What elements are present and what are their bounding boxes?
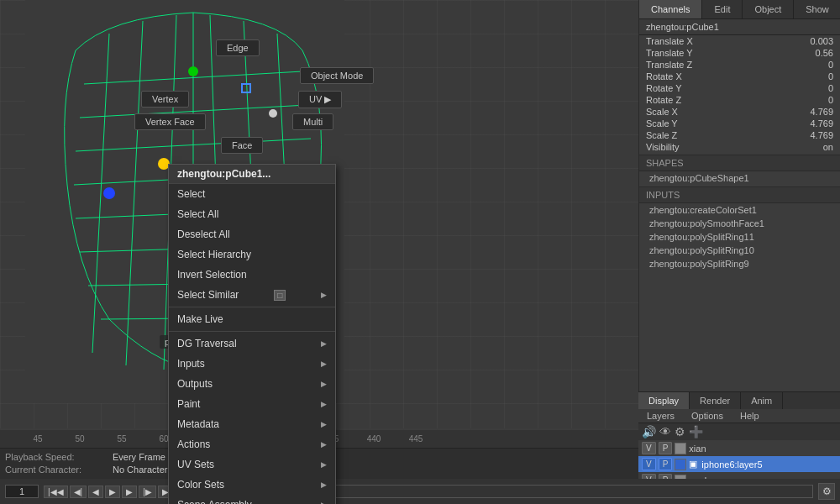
menu-item-dg-traversal[interactable]: DG Traversal <box>169 333 335 354</box>
prev-frame-btn[interactable]: ◀ <box>88 486 103 498</box>
tab-edit[interactable]: Edit <box>702 0 743 18</box>
menu-item-paint[interactable]: Paint <box>169 394 335 414</box>
shapes-header: SHAPES <box>639 155 840 171</box>
channel-rotate-y[interactable]: Rotate Y 0 <box>639 82 840 94</box>
face-button[interactable]: Face <box>221 137 263 154</box>
layer-eye-icon[interactable]: 👁 <box>659 425 671 438</box>
layer-p-btn-xian[interactable]: P <box>659 442 673 454</box>
menu-separator-1 <box>169 307 335 307</box>
layer-p-btn-iphone6[interactable]: P <box>659 458 673 470</box>
channel-visibility[interactable]: Visibility on <box>639 141 840 153</box>
layer-icon-iphone6: ▣ <box>689 459 697 470</box>
menu-item-outputs[interactable]: Outputs <box>169 374 335 394</box>
frame-current-input[interactable] <box>5 485 39 498</box>
layer-tabs: Display Render Anim <box>638 392 840 409</box>
layer-gear-icon[interactable]: ⚙ <box>675 425 685 438</box>
layer-speaker-icon[interactable]: 🔊 <box>642 425 656 438</box>
channel-scale-y[interactable]: Scale Y 4.769 <box>639 118 840 129</box>
layer-v-btn-xian[interactable]: V <box>642 442 656 454</box>
context-menu: zhengtou:pCube1... Select Select All Des… <box>168 164 336 504</box>
object-mode-button[interactable]: Object Mode <box>300 67 374 84</box>
channel-scale-x[interactable]: Scale X 4.769 <box>639 106 840 118</box>
edge-button[interactable]: Edge <box>216 39 260 56</box>
menu-item-metadata[interactable]: Metadata <box>169 414 335 434</box>
shape-item-0[interactable]: zhengtou:pCubeShape1 <box>639 171 840 185</box>
menu-item-uv-sets[interactable]: UV Sets <box>169 454 335 475</box>
object-name: zhengtou:pCube1 <box>639 19 840 35</box>
menu-item-invert-selection[interactable]: Invert Selection <box>169 265 335 285</box>
layer-row-iphone6[interactable]: V P ▣ iphone6:layer5 <box>638 456 840 472</box>
input-item-1[interactable]: zhengtou:polySmoothFace1 <box>639 217 840 230</box>
layer-color-iphone6 <box>675 459 686 470</box>
uv-button[interactable]: UV ▶ <box>298 91 342 108</box>
anim-layer-display: No Anim La... <box>272 485 813 498</box>
menu-item-color-sets[interactable]: Color Sets <box>169 475 335 495</box>
channel-translate-y[interactable]: Translate Y 0.56 <box>639 47 840 59</box>
menu-item-select-all[interactable]: Select All <box>169 204 335 224</box>
vertex-button[interactable]: Vertex <box>141 91 189 108</box>
right-panel: Channels Edit Object Show zhengtou:pCube… <box>638 0 840 504</box>
input-item-0[interactable]: zhengtou:createColorSet1 <box>639 203 840 217</box>
layer-v-btn-iphone6[interactable]: V <box>642 458 656 470</box>
layer-tab-render[interactable]: Render <box>690 392 741 409</box>
menu-item-select[interactable]: Select <box>169 184 335 204</box>
next-frame-btn[interactable]: ▶ <box>122 486 137 498</box>
layer-sub-help[interactable]: Help <box>732 409 768 423</box>
layer-sub-tabs: Layers Options Help <box>638 409 840 423</box>
menu-item-select-hierarchy[interactable]: Select Hierarchy <box>169 244 335 265</box>
layer-icon-row: 🔊 👁 ⚙ ➕ <box>638 423 840 440</box>
channel-rotate-x[interactable]: Rotate X 0 <box>639 71 840 82</box>
menu-item-make-live[interactable]: Make Live <box>169 309 335 329</box>
input-item-3[interactable]: zhengtou:polySplitRing10 <box>639 244 840 257</box>
layer-name-iphone6: iphone6:layer5 <box>701 459 837 470</box>
multi-button[interactable]: Multi <box>292 113 333 130</box>
channel-translate-x[interactable]: Translate X 0.003 <box>639 35 840 47</box>
input-item-4[interactable]: zhengtou:polySplitRing9 <box>639 257 840 270</box>
context-menu-title: zhengtou:pCube1... <box>169 165 335 184</box>
layer-add-icon[interactable]: ➕ <box>689 425 703 438</box>
layer-tab-display[interactable]: Display <box>638 392 690 409</box>
channel-tabs: Channels Edit Object Show <box>639 0 840 19</box>
skip-start-btn[interactable]: |◀◀ <box>44 486 68 498</box>
playback-controls: |◀◀ ◀| ◀ ▶ ▶ |▶ ▶▶| <box>44 486 181 498</box>
layer-name-xian: xian <box>689 444 837 454</box>
play-btn[interactable]: ▶ <box>105 486 120 498</box>
svg-point-20 <box>269 109 277 118</box>
settings-icon[interactable]: ⚙ <box>818 483 835 500</box>
svg-point-16 <box>188 66 198 76</box>
menu-item-deselect-all[interactable]: Deselect All <box>169 224 335 244</box>
channel-rotate-z[interactable]: Rotate Z 0 <box>639 94 840 106</box>
anim-bar: |◀◀ ◀| ◀ ▶ ▶ |▶ ▶▶| No Anim La... ⚙ <box>0 479 840 504</box>
next-key-btn[interactable]: |▶ <box>139 486 156 498</box>
svg-point-18 <box>103 187 115 199</box>
menu-item-select-similar[interactable]: Select Similar □ <box>169 285 335 305</box>
layer-sub-options[interactable]: Options <box>683 409 732 423</box>
tab-object[interactable]: Object <box>743 0 794 18</box>
tab-show[interactable]: Show <box>794 0 840 18</box>
menu-separator-2 <box>169 331 335 332</box>
channel-translate-z[interactable]: Translate Z 0 <box>639 59 840 71</box>
layer-sub-layers[interactable]: Layers <box>638 409 683 423</box>
layer-color-xian <box>675 443 686 454</box>
prev-key-btn[interactable]: ◀| <box>70 486 87 498</box>
layer-row-xian[interactable]: V P xian <box>638 440 840 456</box>
inputs-header: INPUTS <box>639 186 840 203</box>
menu-item-scene-assembly[interactable]: Scene Assembly <box>169 495 335 504</box>
menu-item-actions[interactable]: Actions <box>169 434 335 454</box>
layer-tab-anim[interactable]: Anim <box>741 392 783 409</box>
menu-item-inputs[interactable]: Inputs <box>169 354 335 374</box>
tab-channels[interactable]: Channels <box>639 0 702 18</box>
channel-scale-z[interactable]: Scale Z 4.769 <box>639 129 840 141</box>
input-item-2[interactable]: zhengtou:polySplitRing11 <box>639 230 840 244</box>
vertex-face-button[interactable]: Vertex Face <box>134 113 206 130</box>
